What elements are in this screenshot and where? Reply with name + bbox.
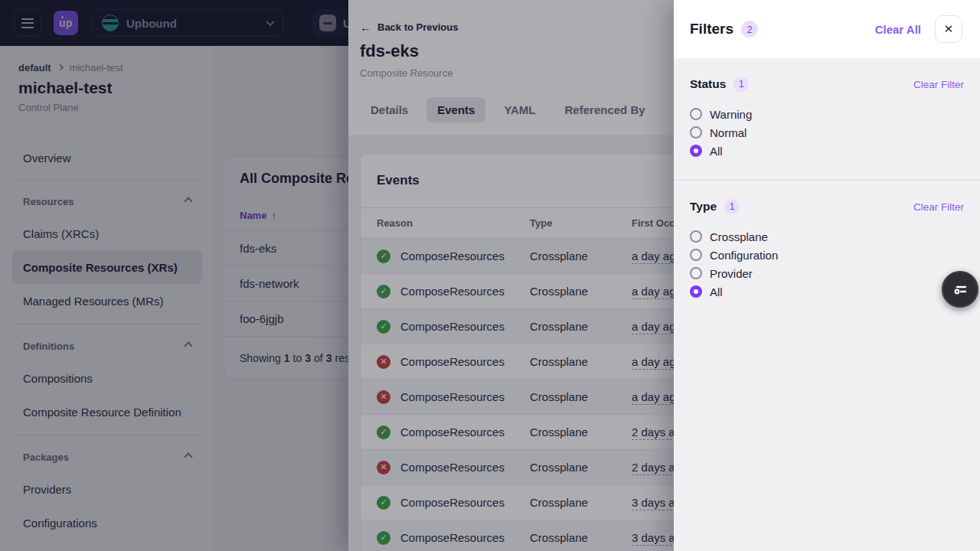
clear-filter-button[interactable]: Clear Filter [913, 79, 964, 90]
filters-header: Filters 2 Clear All ✕ [674, 0, 980, 58]
filter-group: Status 1 Clear Filter Warning Normal All [674, 58, 980, 180]
filters-fab-button[interactable] [942, 271, 978, 308]
filter-option-label: Normal [710, 126, 746, 139]
clear-all-button[interactable]: Clear All [875, 23, 921, 36]
filter-group-label: Status [690, 77, 726, 91]
filters-drawer: Filters 2 Clear All ✕ Status 1 Clear Fil… [674, 0, 980, 551]
filter-group: Type 1 Clear Filter Crossplane Configura… [674, 180, 980, 321]
filter-radio-option[interactable]: Normal [690, 123, 964, 142]
filter-groups: Status 1 Clear Filter Warning Normal All… [674, 58, 980, 321]
filter-radio-option[interactable]: All [690, 282, 964, 301]
filter-radio-option[interactable]: Provider [690, 264, 964, 282]
filter-option-label: Configuration [710, 249, 778, 262]
radio-icon [690, 230, 702, 243]
filter-sliders-icon [951, 280, 969, 298]
filter-group-label: Type [690, 200, 717, 214]
filter-options: Crossplane Configuration Provider All [690, 227, 964, 301]
radio-icon [690, 145, 702, 157]
filter-group-count-badge: 1 [733, 77, 749, 92]
filter-option-label: All [710, 145, 723, 158]
filter-radio-option[interactable]: Warning [690, 105, 964, 123]
filter-radio-option[interactable]: Crossplane [690, 227, 964, 246]
filter-option-label: Provider [710, 267, 753, 280]
close-filters-button[interactable]: ✕ [935, 15, 962, 43]
radio-icon [690, 249, 702, 261]
close-icon: ✕ [944, 22, 954, 36]
radio-icon [690, 267, 702, 279]
filter-radio-option[interactable]: Configuration [690, 246, 964, 264]
clear-filter-button[interactable]: Clear Filter [913, 201, 964, 213]
filter-options: Warning Normal All [690, 105, 964, 160]
radio-icon [690, 108, 702, 120]
radio-icon [690, 285, 702, 298]
filter-option-label: Warning [710, 108, 752, 121]
filter-option-label: Crossplane [710, 230, 768, 243]
filter-radio-option[interactable]: All [690, 142, 964, 160]
filter-group-count-badge: 1 [724, 199, 740, 214]
filter-option-label: All [710, 285, 723, 298]
filters-title: Filters [690, 21, 733, 37]
filters-count-badge: 2 [741, 21, 758, 37]
radio-icon [690, 126, 702, 139]
